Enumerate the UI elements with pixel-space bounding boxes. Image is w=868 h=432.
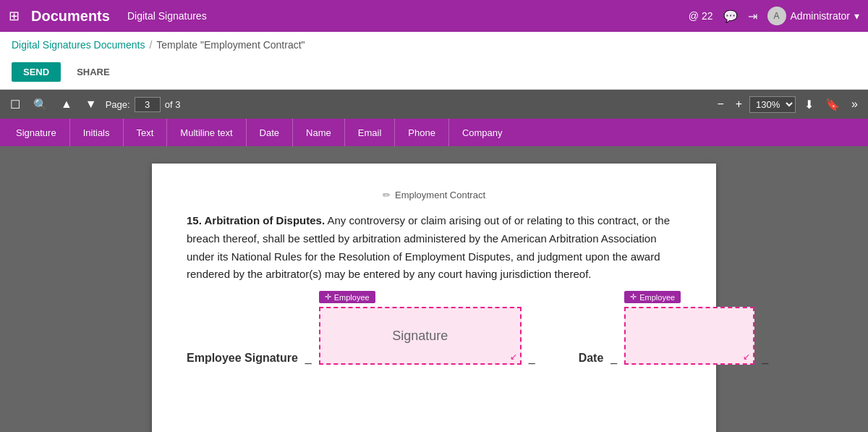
signature-placeholder: Signature [392, 329, 448, 344]
page-view-icon[interactable]: ☐ [6, 95, 25, 114]
topbar: ⊞ Documents Digital Signatures @ 22 💬 ⇥ … [0, 0, 868, 32]
field-phone[interactable]: Phone [395, 119, 449, 146]
sig-dash-left: _ [305, 352, 312, 365]
up-icon[interactable]: ▲ [56, 95, 77, 114]
date-col: Date _ ✛ Employee ↙ _ [579, 307, 769, 365]
user-label: Administrator [791, 10, 850, 22]
breadcrumb-link[interactable]: Digital Signatures Documents [12, 39, 145, 51]
date-box[interactable]: ↙ [624, 307, 754, 365]
topbar-right: @ 22 💬 ⇥ A Administrator ▾ [689, 7, 859, 25]
grid-icon[interactable]: ⊞ [9, 8, 20, 24]
field-signature[interactable]: Signature [3, 119, 70, 146]
field-date[interactable]: Date [247, 119, 293, 146]
chevron-down-icon: ▾ [854, 10, 859, 22]
bookmark-icon[interactable]: 🔖 [821, 95, 844, 114]
signature-date-row: Employee Signature _ ✛ Employee Signatur… [187, 307, 681, 365]
pencil-icon: ✏ [383, 190, 391, 200]
field-initials[interactable]: Initials [70, 119, 124, 146]
sig-plus-icon: ✛ [325, 292, 331, 302]
date-label: Date [579, 352, 604, 365]
breadcrumb-current: Template "Employment Contract" [156, 39, 305, 51]
field-text[interactable]: Text [124, 119, 168, 146]
field-multiline[interactable]: Multiline text [167, 119, 246, 146]
signature-block[interactable]: ✛ Employee Signature ↙ [319, 307, 522, 365]
date-employee-tag: ✛ Employee [624, 291, 681, 303]
page-input[interactable] [135, 97, 161, 112]
notification-badge[interactable]: @ 22 [689, 10, 713, 22]
date-block[interactable]: ✛ Employee ↙ [624, 307, 754, 365]
zoom-in-button[interactable]: + [731, 95, 746, 114]
date-corner-icon: ↙ [743, 352, 750, 362]
expand-icon[interactable]: » [847, 95, 862, 114]
badge-count: 22 [702, 10, 713, 22]
page-total: of 3 [165, 99, 181, 110]
download-icon[interactable]: ⬇ [800, 95, 818, 114]
date-dash-left: _ [610, 352, 617, 365]
document-body-text: 15. Arbitration of Disputes. Any controv… [187, 212, 681, 284]
avatar: A [767, 7, 786, 25]
field-email[interactable]: Email [345, 119, 396, 146]
send-button[interactable]: SEND [12, 62, 61, 82]
document-area: ✏ Employment Contract 15. Arbitration of… [0, 146, 868, 432]
at-icon: @ [689, 10, 699, 22]
zoom-out-button[interactable]: − [712, 95, 728, 114]
down-icon[interactable]: ▼ [81, 95, 101, 114]
document-title-bar: ✏ Employment Contract [187, 190, 681, 200]
date-plus-icon: ✛ [630, 292, 637, 302]
breadcrumb: Digital Signatures Documents / Template … [12, 39, 856, 56]
signature-label: Employee Signature [187, 352, 298, 365]
sig-dash-right: _ [529, 352, 535, 365]
signature-col: Employee Signature _ ✛ Employee Signatur… [187, 307, 535, 365]
login-icon[interactable]: ⇥ [748, 9, 757, 23]
module-label: Digital Signatures [127, 10, 207, 22]
subheader: Digital Signatures Documents / Template … [0, 32, 868, 90]
search-icon[interactable]: 🔍 [29, 95, 52, 114]
toolbar-right-icons: ⬇ 🔖 » [800, 95, 862, 114]
zoom-controls: − + 130% 100% 75% 50% [712, 95, 796, 114]
chat-icon[interactable]: 💬 [723, 9, 738, 23]
sig-tag-label: Employee [334, 293, 370, 302]
sig-corner-icon: ↙ [510, 352, 517, 362]
field-name[interactable]: Name [293, 119, 345, 146]
zoom-select[interactable]: 130% 100% 75% 50% [749, 96, 796, 113]
field-bar: Signature Initials Text Multiline text D… [0, 119, 868, 146]
share-button[interactable]: SHARE [68, 62, 119, 82]
date-dash-right: _ [762, 352, 768, 365]
document-title: Employment Contract [395, 190, 485, 200]
date-tag-label: Employee [639, 293, 675, 302]
document-page: ✏ Employment Contract 15. Arbitration of… [152, 164, 716, 432]
user-menu[interactable]: A Administrator ▾ [767, 7, 859, 25]
app-title: Documents [31, 8, 110, 25]
field-company[interactable]: Company [449, 119, 516, 146]
toolbar: ☐ 🔍 ▲ ▼ Page: of 3 − + 130% 100% 75% 50%… [0, 90, 868, 119]
signature-box[interactable]: Signature ↙ [319, 307, 522, 365]
action-buttons: SEND SHARE [12, 56, 856, 89]
page-label: Page: [106, 99, 130, 110]
sig-employee-tag: ✛ Employee [319, 291, 375, 303]
breadcrumb-separator: / [149, 39, 152, 51]
